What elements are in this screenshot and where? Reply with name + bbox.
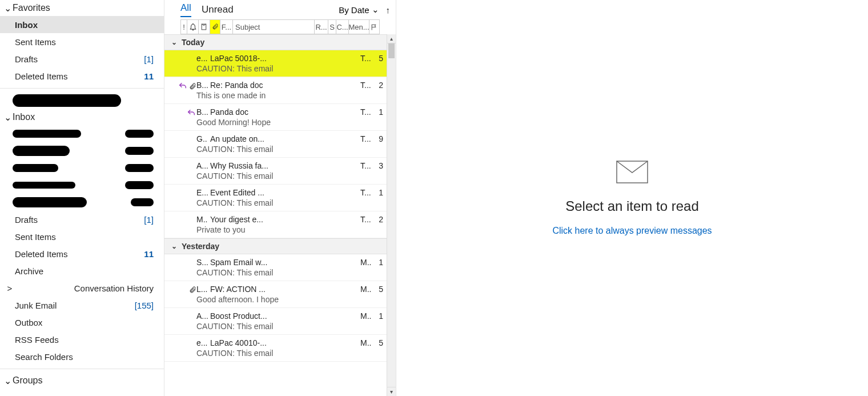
nav-item-search-folders[interactable]: Search Folders [0,348,164,365]
message-item[interactable]: B...Re: Panda docT...2This is one made i… [164,77,387,104]
message-list-scrollbar[interactable]: ▴ ▾ [387,34,396,396]
filter-received[interactable]: R... [315,20,328,34]
message-list-pane: All Unread By Date ⌄ ↑ ! F... Subject R.… [164,0,396,396]
message-date: T... [360,81,374,90]
message-subject: Event Edited ... [210,188,358,197]
chevron-down-icon: ⌄ [171,38,177,46]
inbox-header[interactable]: ⌄ Inbox [0,109,164,125]
chevron-down-icon: ⌄ [372,5,379,15]
nav-item-rss-feeds[interactable]: RSS Feeds [0,331,164,348]
favorites-header[interactable]: ⌄ Favorites [0,0,164,16]
nav-item-drafts[interactable]: Drafts[1] [0,211,164,228]
chevron-down-icon: ⌄ [171,242,177,250]
nav-item-archive[interactable]: Archive [0,262,164,279]
groups-header[interactable]: ⌄ Groups [0,373,164,389]
message-preview: CAUTION: This email [196,145,383,154]
filter-flag-icon[interactable] [369,20,380,34]
message-group-header[interactable]: ⌄Today [164,34,387,50]
subfolder-redacted [0,194,164,211]
message-item[interactable]: A...Why Russia fa...T...3CAUTION: This e… [164,158,387,185]
nav-item-sent-items[interactable]: Sent Items [0,33,164,50]
message-date: M.. [360,311,374,321]
nav-item-label: Conversation History [74,283,154,293]
message-time: 1 [376,107,383,117]
nav-item-count: 11 [144,71,154,81]
list-tabs: All Unread By Date ⌄ ↑ [164,0,396,19]
chevron-down-icon: ⌄ [3,375,11,386]
message-preview: Private to you [196,225,383,234]
subfolder-redacted [0,125,164,142]
nav-item-label: Sent Items [15,232,56,242]
message-item[interactable]: B...Panda docT...1Good Morning! Hope [164,104,387,131]
message-from: e... [196,338,208,347]
message-item[interactable]: S...Spam Email w...M..1CAUTION: This ema… [164,254,387,281]
scroll-down-icon[interactable]: ▾ [387,387,396,396]
nav-item-label: Outbox [15,318,42,327]
nav-item-inbox[interactable]: Inbox [0,16,164,33]
message-list-body: ⌄Todaye...LaPac 50018-...T...5CAUTION: T… [164,34,396,396]
message-item[interactable]: A...Boost Product...M..1CAUTION: This em… [164,308,387,335]
filter-from[interactable]: F... [220,20,233,34]
message-time: 5 [376,338,383,347]
always-preview-link[interactable]: Click here to always preview messages [552,226,712,236]
message-time: 1 [376,311,383,321]
reading-pane-title: Select an item to read [565,198,698,214]
sort-direction-button[interactable]: ↑ [386,5,391,15]
filter-mention[interactable]: Men... [349,20,369,34]
message-preview: CAUTION: This email [196,322,383,331]
tab-unread[interactable]: Unread [202,4,234,15]
message-item[interactable]: e...LaPac 40010-...M..5CAUTION: This ema… [164,335,387,362]
message-from: L... [196,285,208,294]
nav-item-label: Deleted Items [15,249,68,259]
nav-item-deleted-items[interactable]: Deleted Items11 [0,67,164,85]
message-item[interactable]: M...Your digest e...T...2Private to you [164,211,387,238]
nav-item-drafts[interactable]: Drafts[1] [0,50,164,67]
nav-item-sent-items[interactable]: Sent Items [0,228,164,245]
message-item[interactable]: E...Event Edited ...T...1CAUTION: This e… [164,185,387,211]
group-label: Today [182,38,204,47]
scroll-thumb[interactable] [388,43,395,58]
message-subject: Your digest e... [210,215,358,224]
attachment-icon [189,82,196,91]
svg-rect-0 [202,24,206,30]
message-item[interactable]: e...LaPac 50018-...T...5CAUTION: This em… [164,50,387,77]
nav-item-label: Drafts [15,215,38,225]
nav-item-outbox[interactable]: Outbox [0,314,164,331]
message-from: M... [196,215,208,224]
message-preview: Good afternoon. I hope [196,295,383,304]
message-subject: Boost Product... [210,311,358,321]
message-from: G... [196,134,208,143]
message-group-header[interactable]: ⌄Yesterday [164,238,387,254]
importance-icon[interactable]: ! [180,20,187,34]
chevron-down-icon: ⌄ [3,112,11,123]
nav-item-conversation-history[interactable]: >Conversation History [0,279,164,297]
nav-item-junk-email[interactable]: Junk Email[155] [0,297,164,314]
message-item[interactable]: L...FW: ACTION ...M..5Good afternoon. I … [164,281,387,308]
reminder-icon[interactable] [187,20,199,34]
filter-subject[interactable]: Subject [233,20,315,34]
message-date: T... [360,161,374,170]
tab-all[interactable]: All [180,2,191,17]
envelope-icon [616,161,648,186]
chevron-right-icon: > [6,283,14,293]
filter-categories[interactable]: C... [336,20,349,34]
message-date: T... [360,188,374,197]
nav-item-label: Inbox [15,20,38,30]
message-time: 5 [376,54,383,63]
message-time: 3 [376,161,383,170]
message-preview: Good Morning! Hope [196,118,383,127]
message-time: 2 [376,81,383,90]
nav-item-deleted-items[interactable]: Deleted Items11 [0,245,164,262]
message-time: 1 [376,258,383,267]
message-date: M.. [360,338,374,347]
favorites-label: Favorites [13,3,50,13]
attachment-icon[interactable] [210,20,220,34]
icon-column-icon[interactable] [199,20,210,34]
scroll-up-icon[interactable]: ▴ [387,34,396,43]
message-date: T... [360,54,374,63]
message-preview: This is one made in [196,91,383,100]
filter-size[interactable]: S [328,20,336,34]
sort-by-button[interactable]: By Date ⌄ [339,5,379,15]
message-item[interactable]: G...An update on...T...9CAUTION: This em… [164,131,387,158]
message-from: A... [196,161,208,170]
